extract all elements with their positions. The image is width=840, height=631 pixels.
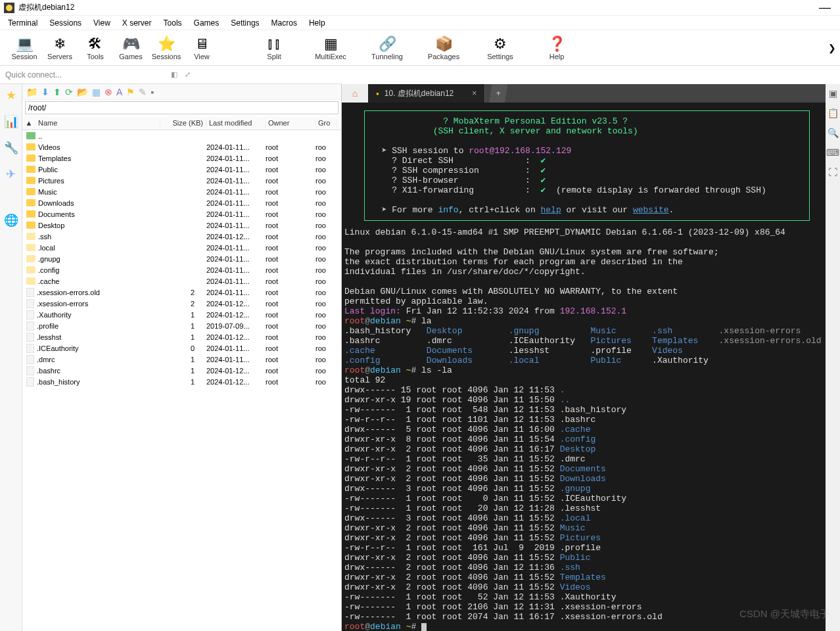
tab-close-icon[interactable]: × [472, 89, 477, 98]
left-tool-rail: ★ 📊 🔧 ✈ 🌐 [0, 84, 22, 631]
file-row[interactable]: .ICEauthority02024-01-11...rootroo [22, 342, 341, 354]
tool-settings[interactable]: ⚙Settings [482, 35, 518, 60]
settings-icon: ⚙ [494, 35, 507, 53]
tool-multiexec[interactable]: ▦MultiExec [313, 35, 348, 60]
file-row[interactable]: .xsession-errors22024-01-12...rootroo [22, 298, 341, 309]
terminal-sidebar: ▣ 📋 🔍 ⌨ ⛶ [826, 84, 840, 631]
file-row[interactable]: Public2024-01-11...rootroo [22, 164, 341, 175]
file-row[interactable]: Templates2024-01-11...rootroo [22, 152, 341, 164]
minimize-button[interactable]: — [814, 1, 836, 14]
delete-icon[interactable]: ⊗ [105, 87, 112, 97]
file-row[interactable]: Videos2024-01-11...rootroo [22, 141, 341, 152]
select-icon[interactable]: A [116, 87, 122, 97]
terminal-icon[interactable]: ▪ [151, 87, 154, 97]
tool-servers[interactable]: ❄Servers [42, 35, 78, 60]
newfile-icon[interactable]: ▦ [92, 87, 101, 97]
refresh2-icon[interactable]: ⟳ [65, 87, 73, 97]
col-group[interactable]: Gro [315, 119, 337, 127]
tool-packages[interactable]: 📦Packages [426, 35, 461, 60]
terminal-output[interactable]: ? MobaXterm Personal Edition v23.5 ? (SS… [342, 103, 826, 631]
term-keyboard-icon[interactable]: ⌨ [826, 147, 839, 158]
send-icon[interactable]: ✈ [6, 167, 16, 181]
term-search-icon[interactable]: 🔍 [828, 128, 839, 138]
file-row[interactable]: .bashrc12024-01-12...rootroo [22, 365, 341, 376]
file-row[interactable]: Pictures2024-01-11...rootroo [22, 175, 341, 186]
file-row[interactable]: .xsession-errors.old22024-01-11...rootro… [22, 287, 341, 298]
col-name[interactable]: Name [35, 119, 160, 127]
menu-tools[interactable]: Tools [158, 17, 187, 29]
toolbar-expand-icon[interactable]: ❯ [828, 43, 836, 53]
refresh-icon[interactable]: 📁 [26, 87, 37, 97]
term-paste-icon[interactable]: 📋 [828, 108, 839, 118]
watermark-text: CSDN @天城寺电子 [739, 608, 829, 620]
star-icon[interactable]: ★ [6, 88, 16, 103]
file-list[interactable]: ..Videos2024-01-11...rootrooTemplates202… [22, 130, 341, 631]
newfolder-icon[interactable]: 📂 [77, 87, 88, 97]
col-date[interactable]: Last modified [206, 119, 266, 127]
menu-games[interactable]: Games [189, 17, 225, 29]
file-row[interactable]: Desktop2024-01-11...rootroo [22, 220, 341, 231]
tool-sessions[interactable]: ⭐Sessions [149, 35, 184, 60]
quick-connect-expand-icon[interactable]: ◧ ⤢ [171, 70, 337, 79]
file-row[interactable]: .. [22, 130, 341, 141]
file-list-header: ▲ Name Size (KB) Last modified Owner Gro [22, 116, 341, 130]
file-row[interactable]: .bash_history12024-01-12...rootroo [22, 376, 341, 387]
tool-view[interactable]: 🖥View [184, 35, 220, 60]
tool-tunneling[interactable]: 🔗Tunneling [369, 35, 405, 60]
view-icon: 🖥 [195, 35, 209, 53]
file-row[interactable]: .cache2024-01-11...rootroo [22, 275, 341, 287]
multiexec-icon: ▦ [324, 35, 338, 53]
file-row[interactable]: .profile12019-07-09...rootroo [22, 320, 341, 331]
quick-connect-bar[interactable]: Quick connect... ◧ ⤢ [0, 66, 342, 84]
tool-tools[interactable]: 🛠Tools [78, 35, 113, 60]
menu-terminal[interactable]: Terminal [3, 17, 43, 29]
term-dock-icon[interactable]: ▣ [829, 88, 837, 99]
sftp-browser: 📁 ⬇ ⬆ ⟳ 📂 ▦ ⊗ A ⚑ ✎ ▪ ▲ Name Size (KB) L… [22, 84, 342, 631]
home-tab[interactable]: ⌂ [342, 84, 368, 103]
tab-session[interactable]: ● 10. 虚拟机debian12 × [368, 84, 485, 103]
window-title: 虚拟机debian12 [18, 2, 74, 13]
file-row[interactable]: Music2024-01-11...rootroo [22, 186, 341, 197]
menu-macros[interactable]: Macros [266, 17, 302, 29]
file-row[interactable]: .lesshst12024-01-12...rootroo [22, 331, 341, 342]
tools-icon: 🛠 [88, 35, 103, 53]
tool-split[interactable]: ⫿⫿Split [256, 35, 292, 60]
menu-settings[interactable]: Settings [225, 17, 264, 29]
menu-help[interactable]: Help [304, 17, 331, 29]
col-size[interactable]: Size (KB) [160, 119, 206, 127]
new-tab-button[interactable]: + [489, 84, 507, 103]
session-icon: 💻 [16, 35, 34, 53]
svg-point-1 [6, 5, 12, 11]
file-row[interactable]: .gnupg2024-01-11...rootroo [22, 253, 341, 264]
tool-session[interactable]: 💻Session [7, 35, 42, 60]
file-row[interactable]: Documents2024-01-11...rootroo [22, 208, 341, 220]
upload-icon[interactable]: ⬆ [53, 87, 61, 97]
path-input[interactable] [25, 101, 338, 114]
globe-icon[interactable]: 🌐 [4, 213, 18, 227]
menu-view[interactable]: View [88, 17, 116, 29]
file-row[interactable]: .dmrc12024-01-11...rootroo [22, 354, 341, 365]
file-row[interactable]: .ssh2024-01-12...rootroo [22, 231, 341, 242]
sort-indicator[interactable]: ▲ [22, 119, 35, 127]
terminal-pane: ⌂ ● 10. 虚拟机debian12 × + ? MobaXterm Pers… [342, 84, 826, 631]
term-fullscreen-icon[interactable]: ⛶ [828, 167, 837, 177]
file-row[interactable]: .config2024-01-11...rootroo [22, 264, 341, 275]
macro-icon[interactable]: 🔧 [4, 141, 18, 155]
servers-icon: ❄ [54, 35, 66, 53]
tool-help[interactable]: ❓Help [539, 35, 574, 60]
menu-x-server[interactable]: X server [117, 17, 157, 29]
edit-icon[interactable]: ✎ [139, 87, 147, 97]
col-owner[interactable]: Owner [266, 119, 315, 127]
menubar: TerminalSessionsViewX serverToolsGamesSe… [0, 16, 840, 30]
stats-icon[interactable]: 📊 [4, 114, 18, 129]
file-row[interactable]: Downloads2024-01-11...rootroo [22, 197, 341, 208]
app-icon [4, 3, 14, 13]
file-row[interactable]: .Xauthority12024-01-12...rootroo [22, 309, 341, 320]
bookmark-icon[interactable]: ⚑ [126, 87, 135, 97]
path-bar [22, 100, 341, 116]
file-row[interactable]: .local2024-01-11...rootroo [22, 242, 341, 253]
tunneling-icon: 🔗 [379, 35, 396, 53]
tool-games[interactable]: 🎮Games [113, 35, 149, 60]
download-icon[interactable]: ⬇ [41, 87, 49, 97]
menu-sessions[interactable]: Sessions [44, 17, 87, 29]
